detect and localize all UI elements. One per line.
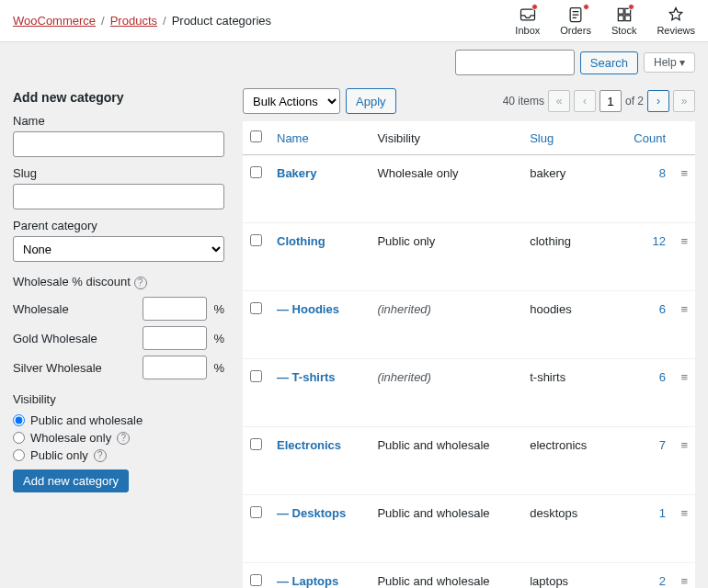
row-slug: bakery: [522, 155, 609, 223]
row-slug: desktops: [522, 495, 609, 563]
vis-public-only[interactable]: Public only ?: [13, 448, 224, 462]
table-row: BakeryWholesale onlybakery8≡: [243, 155, 695, 223]
form-heading: Add new category: [13, 90, 224, 105]
help-button[interactable]: Help ▾: [644, 52, 695, 73]
tier-label: Wholesale: [13, 302, 69, 316]
row-visibility: Public and wholesale: [370, 563, 522, 589]
categories-table: Name Visibility Slug Count BakeryWholesa…: [243, 121, 695, 588]
row-slug: hoodies: [522, 291, 609, 359]
row-checkbox[interactable]: [250, 370, 262, 382]
col-slug[interactable]: Slug: [522, 121, 609, 155]
row-count[interactable]: 2: [609, 563, 673, 589]
prev-page-button[interactable]: ‹: [574, 90, 596, 112]
row-checkbox[interactable]: [250, 574, 262, 586]
row-count[interactable]: 1: [609, 495, 673, 563]
help-icon[interactable]: ?: [134, 277, 147, 289]
search-button[interactable]: Search: [580, 51, 638, 74]
discount-heading: Wholesale % discount ?: [13, 275, 224, 289]
table-row: — T-shirts(inherited)t-shirts6≡: [243, 359, 695, 427]
table-row: — LaptopsPublic and wholesalelaptops2≡: [243, 563, 695, 589]
tier-input[interactable]: [143, 356, 207, 379]
row-visibility: Public and wholesale: [370, 427, 522, 495]
row-count[interactable]: 6: [609, 359, 673, 427]
slug-label: Slug: [13, 166, 224, 180]
row-checkbox[interactable]: [250, 234, 262, 246]
stock-badge-icon: [628, 4, 634, 10]
row-slug: clothing: [522, 223, 609, 291]
tier-label: Gold Wholesale: [13, 332, 97, 345]
items-count: 40 items: [503, 95, 544, 107]
breadcrumb: WooCommerce / Products / Product categor…: [13, 14, 271, 28]
next-page-button[interactable]: ›: [647, 90, 669, 112]
tier-label: Silver Wholesale: [13, 361, 102, 375]
row-count[interactable]: 8: [609, 155, 673, 223]
first-page-button[interactable]: «: [548, 90, 570, 112]
stock-button[interactable]: Stock: [611, 6, 637, 36]
row-visibility: (inherited): [370, 359, 522, 427]
help-icon[interactable]: ?: [94, 449, 107, 462]
svg-rect-4: [618, 16, 623, 21]
col-name[interactable]: Name: [269, 121, 370, 155]
drag-handle-icon[interactable]: ≡: [673, 223, 695, 291]
category-link[interactable]: — T-shirts: [277, 370, 336, 384]
row-count[interactable]: 7: [609, 427, 673, 495]
drag-handle-icon[interactable]: ≡: [673, 495, 695, 563]
drag-handle-icon[interactable]: ≡: [673, 563, 695, 589]
row-visibility: Public only: [370, 223, 522, 291]
svg-rect-5: [624, 16, 630, 21]
select-all-checkbox[interactable]: [250, 130, 262, 142]
row-checkbox[interactable]: [250, 438, 262, 450]
row-count[interactable]: 6: [609, 291, 673, 359]
row-visibility: Wholesale only: [370, 155, 522, 223]
row-checkbox[interactable]: [250, 166, 262, 178]
last-page-button[interactable]: »: [673, 90, 695, 112]
category-link[interactable]: Clothing: [277, 234, 325, 248]
category-link[interactable]: Electronics: [277, 438, 341, 452]
slug-input[interactable]: [13, 184, 224, 209]
row-count[interactable]: 12: [609, 223, 673, 291]
drag-handle-icon[interactable]: ≡: [673, 155, 695, 223]
vis-public-wholesale[interactable]: Public and wholesale: [13, 413, 224, 427]
row-checkbox[interactable]: [250, 506, 262, 518]
tier-input[interactable]: [143, 326, 207, 350]
help-icon[interactable]: ?: [117, 432, 130, 445]
reviews-button[interactable]: Reviews: [657, 6, 695, 36]
inbox-button[interactable]: Inbox: [515, 6, 540, 36]
row-checkbox[interactable]: [250, 302, 262, 314]
row-slug: laptops: [522, 563, 609, 589]
vis-wholesale-only[interactable]: Wholesale only ?: [13, 431, 224, 445]
add-category-button[interactable]: Add new category: [13, 469, 129, 492]
drag-handle-icon[interactable]: ≡: [673, 291, 695, 359]
inbox-badge-icon: [531, 4, 538, 10]
search-input[interactable]: [455, 50, 575, 75]
col-count[interactable]: Count: [609, 121, 673, 155]
orders-badge-icon: [583, 4, 589, 10]
breadcrumb-products[interactable]: Products: [110, 14, 157, 28]
parent-select[interactable]: None: [13, 236, 224, 262]
breadcrumb-current: Product categories: [172, 14, 271, 28]
name-input[interactable]: [13, 131, 224, 157]
row-slug: t-shirts: [522, 359, 609, 427]
col-visibility: Visibility: [370, 121, 522, 155]
visibility-label: Visibility: [13, 392, 224, 406]
category-link[interactable]: Bakery: [277, 166, 316, 180]
category-link[interactable]: — Laptops: [277, 574, 338, 588]
svg-rect-0: [520, 9, 534, 20]
orders-button[interactable]: Orders: [560, 6, 591, 36]
table-row: — DesktopsPublic and wholesaledesktops1≡: [243, 495, 695, 563]
row-visibility: Public and wholesale: [370, 495, 522, 563]
tier-input[interactable]: [143, 297, 207, 321]
apply-button[interactable]: Apply: [346, 88, 396, 114]
drag-handle-icon[interactable]: ≡: [673, 359, 695, 427]
breadcrumb-root[interactable]: WooCommerce: [13, 14, 96, 28]
page-input[interactable]: [600, 90, 622, 112]
star-icon: [667, 6, 685, 24]
category-link[interactable]: — Hoodies: [277, 302, 339, 316]
drag-handle-icon[interactable]: ≡: [673, 427, 695, 495]
orders-icon: [566, 6, 585, 24]
name-label: Name: [13, 114, 224, 128]
category-link[interactable]: — Desktops: [277, 506, 346, 520]
bulk-actions-select[interactable]: Bulk Actions: [243, 88, 340, 114]
table-row: ElectronicsPublic and wholesaleelectroni…: [243, 427, 695, 495]
row-visibility: (inherited): [370, 291, 522, 359]
